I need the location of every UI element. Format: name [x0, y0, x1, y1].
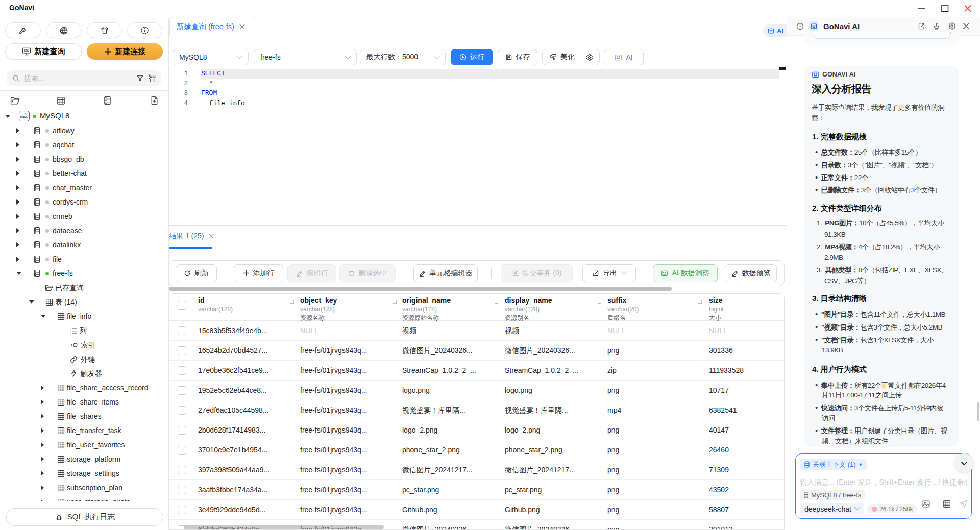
svg-text:MySQL: MySQL: [20, 116, 28, 118]
